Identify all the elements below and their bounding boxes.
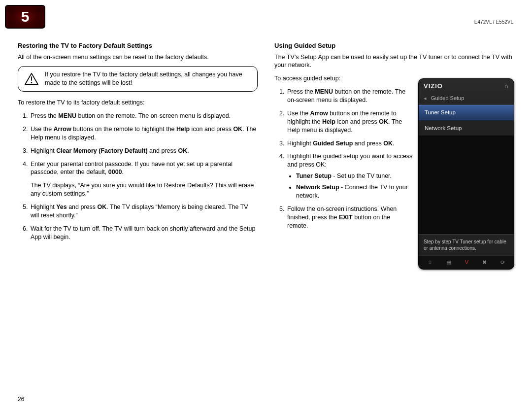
right-bullet-tuner: Tuner Setup - Set up the TV tuner.: [296, 172, 413, 180]
tv-menu-item-network: Network Setup: [419, 121, 514, 136]
left-step-5: Highlight Yes and press OK. The TV displ…: [30, 203, 258, 220]
left-step-4: Enter your parental control passcode. If…: [30, 160, 258, 199]
right-intro: The TV’s Setup App can be used to easily…: [274, 53, 514, 70]
left-column: Restoring the TV to Factory Default Sett…: [18, 41, 258, 246]
chevron-left-icon: ◂: [424, 95, 427, 101]
right-column: Using Guided Setup The TV’s Setup App ca…: [274, 41, 514, 246]
warning-icon: [24, 72, 39, 85]
left-intro: All of the on-screen menu settings can b…: [18, 53, 258, 62]
warning-text: If you restore the TV to the factory def…: [45, 70, 252, 87]
v-button-icon: V: [465, 259, 468, 266]
right-step-4: Highlight the guided setup you want to a…: [286, 152, 413, 200]
right-steps: Press the MENU button on the remote. The…: [274, 88, 413, 230]
tv-menu-item-tuner: Tuner Setup: [419, 105, 514, 121]
tv-menu-help-text: Step by step TV Tuner setup for cable or…: [419, 234, 514, 255]
close-icon: ✖: [482, 259, 487, 266]
left-step-3: Highlight Clear Memory (Factory Default)…: [30, 147, 258, 155]
right-heading: Using Guided Setup: [274, 41, 514, 50]
right-step-2: Use the Arrow buttons on the remote to h…: [286, 109, 413, 135]
home-icon: ⌂: [504, 82, 509, 91]
warning-box: If you restore the TV to the factory def…: [18, 66, 258, 92]
tv-menu-screenshot: VIZIO ⌂ ◂ Guided Setup Tuner Setup Netwo…: [418, 78, 514, 270]
left-steps: Press the MENU button on the remote. The…: [18, 112, 258, 241]
right-step-1: Press the MENU button on the remote. The…: [286, 88, 413, 104]
grid-icon: ▤: [446, 259, 451, 266]
left-step-2: Use the Arrow buttons on the remote to h…: [30, 125, 258, 142]
right-lead: To access guided setup:: [274, 74, 413, 83]
left-step-1: Press the MENU button on the remote. The…: [30, 112, 258, 120]
svg-point-2: [31, 82, 33, 83]
refresh-icon: ⟳: [500, 259, 505, 266]
star-icon: ☆: [428, 259, 432, 266]
tv-menu-footer: ☆ ▤ V ✖ ⟳: [419, 255, 514, 269]
tv-menu-breadcrumb: ◂ Guided Setup: [419, 93, 514, 105]
left-step-6: Wait for the TV to turn off. The TV will…: [30, 225, 258, 241]
right-step-3: Highlight Guided Setup and press OK.: [286, 139, 413, 148]
chapter-number: 5: [21, 7, 30, 27]
left-heading: Restoring the TV to Factory Default Sett…: [18, 41, 258, 50]
right-bullet-network: Network Setup - Connect the TV to your n…: [296, 183, 413, 200]
tv-menu-brand: VIZIO: [424, 82, 443, 91]
model-label: E472VL / E552VL: [474, 19, 513, 26]
left-lead: To restore the TV to its factory default…: [18, 99, 258, 107]
chapter-badge: 5: [5, 5, 45, 29]
right-step-5: Follow the on-screen instructions. When …: [286, 205, 413, 230]
page-number: 26: [18, 395, 24, 403]
